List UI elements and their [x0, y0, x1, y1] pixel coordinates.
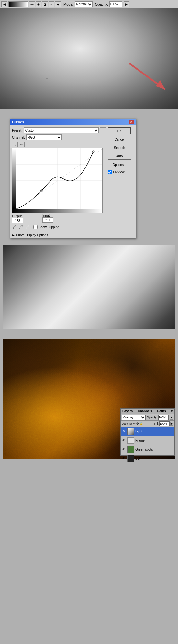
lp2-name-bg: BG	[135, 457, 140, 460]
opacity-input[interactable]	[109, 1, 122, 7]
curves-dialog: Curves ✕ Preset: Custom ⋮ Chann	[10, 119, 136, 238]
show-clipping-checkbox[interactable]	[33, 225, 38, 229]
output-value[interactable]	[12, 218, 23, 223]
curves-title: Curves	[12, 120, 24, 124]
lp2-blend-select[interactable]: Overlay	[122, 415, 146, 420]
lp2-controls: Overlay Opacity: ▶	[121, 414, 174, 421]
shape-buttons: ▬ ◉ ◪ ≡ ◆	[29, 1, 61, 7]
lp2-close-btn[interactable]: ✕	[169, 409, 174, 413]
canvas-2	[3, 245, 175, 329]
curves-close-button[interactable]: ✕	[129, 120, 134, 124]
lp2-tab-channels[interactable]: Channels	[136, 409, 154, 414]
cancel-button[interactable]: Cancel	[108, 136, 131, 143]
lp2-name-greenspots: Green spots	[135, 448, 153, 451]
mode-select[interactable]: Normal	[75, 1, 93, 7]
lp2-name-frame: Frame	[135, 439, 145, 442]
curves-output-row: Output:	[12, 214, 23, 218]
curves-right-buttons: OK Cancel Smooth Auto Options... Preview	[108, 127, 134, 230]
top-toolbar: ◀ ▬ ◉ ◪ ≡ ◆ Mode: Normal Opacity: ▶	[0, 0, 178, 8]
canvas-1: + Layers Channels Paths ✕ Normal Opacity…	[0, 8, 178, 109]
layers-panel-2: Layers Channels Paths ✕ Overlay Opacity:…	[120, 408, 175, 456]
curve-tool-pencil[interactable]: ✏	[19, 142, 25, 147]
lp2-layer-row-greenspots[interactable]: 👁 Green spots	[121, 445, 174, 454]
gray-point-eyedrop[interactable]: 🖍	[18, 224, 24, 230]
auto-button[interactable]: Auto	[108, 153, 131, 160]
curves-input-row: Input:	[42, 214, 53, 217]
white-point-eyedrop[interactable]: 🖍	[25, 224, 30, 230]
output-label: Output:	[12, 214, 23, 218]
lp2-eye-greenspots[interactable]: 👁	[122, 447, 126, 452]
lp2-thumb-bg	[127, 455, 134, 462]
lp2-eye-bg[interactable]: 👁	[122, 456, 126, 461]
lp2-thumb-frame	[127, 437, 134, 444]
lp2-layer-row-frame[interactable]: 👁 Frame	[121, 436, 174, 445]
curves-eyedrop-row: 🖍 🖍 🖍 Show Clipping	[12, 224, 106, 230]
lp2-thumb-greenspots	[127, 446, 134, 453]
canvas3-section: Layers Channels Paths ✕ Overlay Opacity:…	[0, 336, 178, 462]
toolbar-nav-back[interactable]: ◀	[1, 1, 7, 7]
preset-select[interactable]: Custom	[24, 127, 99, 133]
curves-titlebar: Curves ✕	[10, 119, 136, 125]
lp2-layer-row-light[interactable]: 👁 Light	[121, 427, 174, 436]
ok-button[interactable]: OK	[108, 127, 131, 134]
canvas3-overlay-spacer: Layers Channels Paths ✕ Overlay Opacity:…	[0, 459, 178, 459]
display-opts-toggle[interactable]: ▶	[12, 233, 15, 237]
canvas-arrow	[126, 60, 168, 93]
lp2-thumb-light	[127, 428, 134, 435]
reflected-gradient-btn[interactable]: ≡	[49, 1, 54, 7]
lp2-opacity-input[interactable]	[158, 415, 169, 420]
canvas-crosshair: +	[46, 76, 48, 81]
lp2-lock-transparency[interactable]: ▨	[129, 422, 132, 425]
opacity-label: Opacity:	[95, 2, 108, 6]
lp2-fill-input[interactable]	[159, 421, 170, 426]
options-button[interactable]: Options...	[108, 161, 131, 168]
show-clipping-row: Show Clipping	[33, 225, 59, 229]
lp2-eye-light[interactable]: 👁	[122, 429, 126, 434]
lp2-opacity-arrow[interactable]: ▶	[170, 415, 173, 420]
preview-label: Preview	[113, 170, 125, 174]
curves-preset-row: Preset: Custom ⋮	[12, 127, 106, 133]
lp2-fill-label: Fill:	[154, 422, 159, 425]
canvas2-section	[0, 238, 178, 336]
curves-section-bg: Curves ✕ Preset: Custom ⋮ Chann	[0, 109, 178, 238]
lp2-layer-row-bg[interactable]: 👁 BG	[121, 454, 174, 462]
lp2-opacity-label: Opacity:	[147, 416, 157, 419]
dialog-wrapper: Curves ✕ Preset: Custom ⋮ Chann	[0, 112, 178, 235]
radial-gradient-btn[interactable]: ◉	[36, 1, 41, 7]
display-opts-label: Curve Display Options	[16, 233, 48, 237]
curves-display-options: ▶ Curve Display Options	[10, 232, 136, 238]
black-point-eyedrop[interactable]: 🖍	[12, 224, 17, 230]
curves-svg	[12, 148, 103, 213]
curve-tool-pen[interactable]: ⌇	[12, 142, 18, 147]
mode-label: Mode:	[63, 2, 73, 6]
preview-checkbox[interactable]	[108, 170, 112, 174]
show-clipping-label: Show Clipping	[39, 225, 59, 229]
lp2-lock-paint[interactable]: ✏	[133, 422, 136, 425]
preset-label: Preset:	[12, 129, 22, 132]
lp2-fill-arrow[interactable]: ▶	[170, 422, 173, 426]
lp2-lock-all[interactable]: 🔒	[139, 422, 143, 425]
curves-body: Preset: Custom ⋮ Channel: RGB	[10, 125, 136, 232]
gradient-preview[interactable]	[8, 1, 28, 7]
angle-gradient-btn[interactable]: ◪	[42, 1, 48, 7]
lp2-tab-layers[interactable]: Layers	[121, 409, 134, 414]
curves-left: Preset: Custom ⋮ Channel: RGB	[12, 127, 106, 230]
diamond-gradient-btn[interactable]: ◆	[55, 1, 61, 7]
lp2-lock-label: Lock:	[122, 422, 129, 425]
lp2-eye-frame[interactable]: 👁	[122, 438, 126, 443]
smooth-button[interactable]: Smooth	[108, 144, 131, 151]
curves-graph[interactable]	[12, 148, 103, 213]
input-value[interactable]	[42, 217, 53, 223]
lp2-tab-paths[interactable]: Paths	[156, 409, 168, 414]
linear-gradient-btn[interactable]: ▬	[29, 1, 35, 7]
opacity-arrow[interactable]: ▶	[124, 1, 129, 7]
input-label: Input:	[42, 214, 50, 217]
curves-channel-row: Channel: RGB	[12, 134, 106, 140]
layers2-tabs: Layers Channels Paths ✕	[121, 409, 174, 414]
preset-options-icon[interactable]: ⋮	[100, 127, 106, 133]
svg-marker-1	[155, 80, 165, 89]
lp2-lock-pos[interactable]: ✛	[136, 422, 139, 425]
channel-select[interactable]: RGB	[26, 134, 62, 140]
svg-line-8	[12, 148, 103, 213]
channel-label: Channel:	[12, 136, 25, 139]
